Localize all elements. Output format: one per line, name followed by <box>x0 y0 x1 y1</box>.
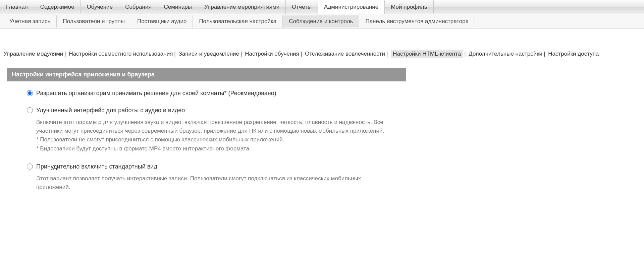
subnav-admin-dashboard[interactable]: Панель инструментов администратора <box>359 15 475 27</box>
nav-main[interactable]: Главная <box>0 0 34 14</box>
section-header: Настройки интерфейса приложения и браузе… <box>7 68 406 81</box>
subnav-compliance[interactable]: Соблюдение и контроль <box>283 15 359 27</box>
radio-allow-hosts-label: Разрешить организаторам принимать решени… <box>36 90 276 97</box>
link-engagement-tracking[interactable]: Отслеживание вовлеченности <box>305 51 385 57</box>
link-module-management[interactable]: Управление модулями <box>3 51 63 57</box>
subnav-users-groups[interactable]: Пользователи и группы <box>57 15 131 27</box>
link-training-settings[interactable]: Настройки обучения <box>245 51 299 57</box>
subnav-account[interactable]: Учетная запись <box>3 15 57 27</box>
tertiary-nav: Управление модулями| Настройки совместно… <box>3 49 641 59</box>
radio-enhanced-label: Улучшенный интерфейс для работы с аудио … <box>36 107 185 114</box>
nav-events[interactable]: Управление мероприятиями <box>198 0 286 14</box>
link-html-client-settings[interactable]: Настройки HTML-клиента <box>391 50 463 58</box>
radio-standard-desc: Этот вариант позволяет получать интеракт… <box>36 174 396 192</box>
subnav-audio-providers[interactable]: Поставщики аудио <box>131 15 193 27</box>
link-access-settings[interactable]: Настройки доступа <box>548 51 599 57</box>
radio-item-standard: Принудительно включить стандартный вид Э… <box>27 163 396 192</box>
radio-enhanced[interactable] <box>27 107 33 113</box>
radio-enhanced-desc: Включите этот параметр для улучшения зву… <box>36 118 396 153</box>
nav-seminars[interactable]: Семинары <box>158 0 198 14</box>
subnav-customization[interactable]: Пользовательская настройка <box>193 15 283 27</box>
nav-meetings[interactable]: Собрания <box>119 0 158 14</box>
nav-content[interactable]: Содержимое <box>34 0 81 14</box>
radio-item-enhanced: Улучшенный интерфейс для работы с аудио … <box>27 107 396 153</box>
sub-nav: Учетная запись Пользователи и группы Пос… <box>0 14 644 29</box>
link-recordings-notification[interactable]: Записи и уведомление <box>179 51 239 57</box>
nav-reports[interactable]: Отчеты <box>286 0 318 14</box>
link-advanced-settings[interactable]: Дополнительные настройки <box>469 51 542 57</box>
radio-item-allow-hosts: Разрешить организаторам принимать решени… <box>27 90 396 97</box>
radio-allow-hosts[interactable] <box>27 90 33 96</box>
nav-myprofile[interactable]: Мой профиль <box>385 0 433 14</box>
radio-standard[interactable] <box>27 163 33 170</box>
interface-radio-group: Разрешить организаторам принимать решени… <box>27 90 396 192</box>
nav-training[interactable]: Обучение <box>80 0 119 14</box>
nav-administration[interactable]: Администрирование <box>318 0 385 14</box>
top-nav: Главная Содержимое Обучение Собрания Сем… <box>0 0 644 14</box>
content-area: Управление модулями| Настройки совместно… <box>0 29 644 205</box>
radio-standard-label: Принудительно включить стандартный вид <box>36 163 157 170</box>
link-sharing-settings[interactable]: Настройки совместного использования <box>69 51 173 57</box>
